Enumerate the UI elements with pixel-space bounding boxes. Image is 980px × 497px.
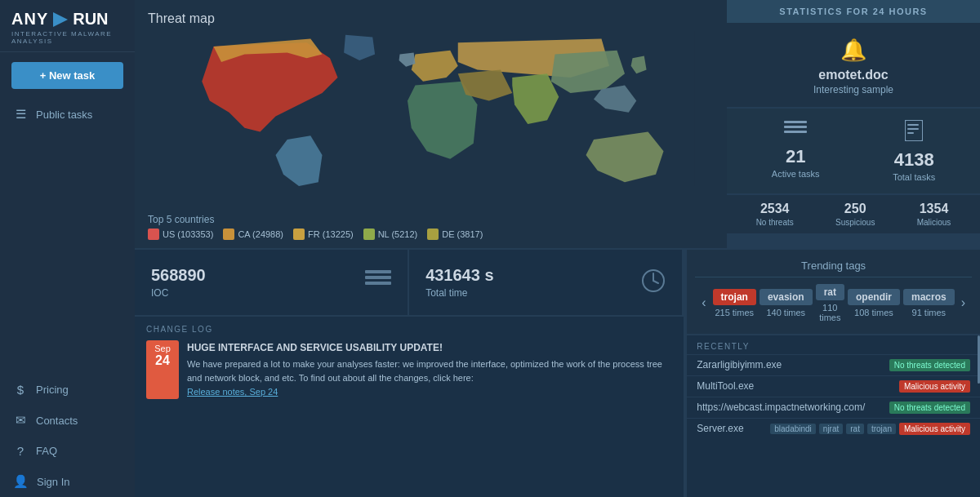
changelog-title: HUGE INTERFACE AND SERVICE USABILITY UPD… [187, 340, 672, 356]
tag-rat-pill[interactable]: rat [816, 284, 844, 300]
sample-label: Interesting sample [735, 84, 972, 95]
logo-run: RUN [73, 10, 108, 29]
country-ca: CA (24988) [223, 229, 283, 240]
svg-rect-10 [365, 276, 391, 279]
tag-evasion-pill[interactable]: evasion [760, 289, 813, 305]
country-legend: US (103353) CA (24988) FR (13225) NL (52… [148, 229, 714, 240]
no-threats-item: 2534 No threats [756, 202, 794, 227]
total-tasks-label: Total tasks [893, 172, 935, 182]
country-de: DE (3817) [427, 229, 483, 240]
pricing-icon: $ [13, 383, 28, 397]
sidebar-item-pricing[interactable]: $ Pricing [0, 375, 135, 405]
ca-label: CA (24988) [238, 229, 283, 239]
logo-area: ANY RUN Interactive Malware Analysis [0, 0, 135, 52]
svg-rect-4 [784, 131, 807, 133]
bell-icon: 🔔 [735, 38, 972, 63]
recently-filename-0: Zararligibiyimm.exe [697, 359, 882, 371]
task-counts: 21 Active tasks 4138 Total tasks [727, 109, 980, 195]
changelog-month: Sep [153, 344, 172, 353]
stats-header: Statistics for 24 hours [727, 0, 980, 23]
changelog-header: Change Log [146, 325, 672, 334]
logo: ANY RUN [11, 10, 123, 29]
tag-opendir-pill[interactable]: opendir [848, 289, 900, 305]
country-us: US (103353) [148, 229, 213, 240]
us-color [148, 229, 159, 240]
svg-rect-5 [905, 120, 923, 141]
total-tasks-num: 4138 [893, 149, 935, 171]
ioc-time-row: 568890 IOC 431643 s Total time [135, 250, 684, 317]
no-threats-num: 2534 [756, 202, 794, 216]
mini-tag-rat: rat [846, 424, 864, 434]
ioc-icon [365, 269, 391, 295]
tag-evasion: evasion 140 times [760, 289, 813, 317]
changelog-entry: Sep 24 HUGE INTERFACE AND SERVICE USABIL… [146, 340, 672, 400]
no-threats-label: No threats [756, 218, 794, 227]
mini-tag-trojan: trojan [867, 424, 896, 434]
total-tasks-icon [893, 120, 935, 146]
signin-icon: 👤 [13, 474, 29, 489]
svg-rect-2 [784, 121, 807, 123]
left-bottom: 568890 IOC 431643 s Total time [135, 250, 685, 498]
tag-trojan-pill[interactable]: trojan [713, 289, 756, 305]
sidebar-item-contacts[interactable]: ✉ Contacts [0, 405, 135, 436]
recently-filename-3: Server.exe [697, 423, 767, 434]
tag-trojan-count: 215 times [713, 308, 756, 317]
new-task-button[interactable]: + New task [11, 62, 123, 89]
changelog-content: HUGE INTERFACE AND SERVICE USABILITY UPD… [187, 340, 672, 400]
svg-rect-6 [907, 124, 919, 126]
recently-header: Recently [687, 335, 980, 354]
changelog-section: Change Log Sep 24 HUGE INTERFACE AND SER… [135, 317, 684, 498]
trend-prev-arrow[interactable]: ‹ [698, 295, 709, 310]
recently-section: Recently Zararligibiyimm.exe No threats … [687, 335, 980, 498]
active-tasks-item: 21 Active tasks [772, 120, 820, 182]
trending-tags-row: ‹ trojan 215 times evasion 140 times rat… [695, 277, 972, 329]
changelog-link[interactable]: Release notes, Sep 24 [187, 387, 278, 397]
sidebar-item-faq[interactable]: ? FAQ [0, 436, 135, 466]
time-label: Total time [425, 287, 493, 299]
sidebar-item-label: FAQ [36, 445, 57, 457]
tag-macros-pill[interactable]: macros [903, 289, 955, 305]
threat-map-panel: Threat map [135, 0, 727, 248]
trend-next-arrow[interactable]: › [958, 295, 969, 310]
ca-color [223, 229, 234, 240]
tag-evasion-count: 140 times [760, 308, 813, 317]
sidebar-item-public-tasks[interactable]: ☰ Public tasks [0, 99, 135, 130]
threat-map-title: Threat map [148, 11, 714, 26]
suspicious-item: 250 Suspicious [835, 202, 875, 227]
top-row: Threat map [135, 0, 980, 248]
total-tasks-item: 4138 Total tasks [893, 120, 935, 182]
suspicious-num: 250 [835, 202, 875, 216]
interesting-sample: 🔔 emotet.doc Interesting sample [727, 23, 980, 109]
nl-color [363, 229, 375, 240]
malicious-num: 1354 [917, 202, 951, 216]
svg-rect-11 [365, 282, 391, 285]
status-badge-2: No threats detected [889, 402, 970, 414]
recently-row-2: https://webcast.impactnetworking.com/ No… [687, 397, 980, 418]
trending-section: Trending tags ‹ trojan 215 times evasion… [687, 250, 980, 335]
svg-line-14 [653, 281, 658, 283]
logo-any: ANY [11, 10, 48, 29]
sidebar-item-signin[interactable]: 👤 Sign In [0, 466, 135, 497]
active-tasks-label: Active tasks [772, 169, 820, 179]
suspicious-label: Suspicious [835, 218, 875, 227]
fr-color [293, 229, 305, 240]
malicious-item: 1354 Malicious [917, 202, 951, 227]
world-map-svg [148, 31, 714, 186]
recently-row-1: MultiTool.exe Malicious activity [687, 375, 980, 397]
right-bottom: Trending tags ‹ trojan 215 times evasion… [685, 250, 980, 498]
threat-counts: 2534 No threats 250 Suspicious 1354 Mali… [727, 195, 980, 233]
changelog-day: 24 [153, 353, 172, 368]
country-nl: NL (5212) [363, 229, 418, 240]
recently-filename-2: https://webcast.impactnetworking.com/ [697, 402, 882, 413]
world-map [148, 31, 714, 209]
time-box: 431643 s Total time [409, 250, 684, 315]
de-color [427, 229, 439, 240]
us-label: US (103353) [163, 229, 213, 239]
fr-label: FR (13225) [308, 229, 354, 239]
time-num: 431643 s [425, 266, 493, 285]
sidebar-item-label: Contacts [36, 415, 78, 427]
sidebar-item-label: Pricing [36, 384, 69, 396]
sample-name: emotet.doc [735, 68, 972, 82]
time-text: 431643 s Total time [425, 266, 493, 299]
trending-header: Trending tags [695, 255, 972, 277]
